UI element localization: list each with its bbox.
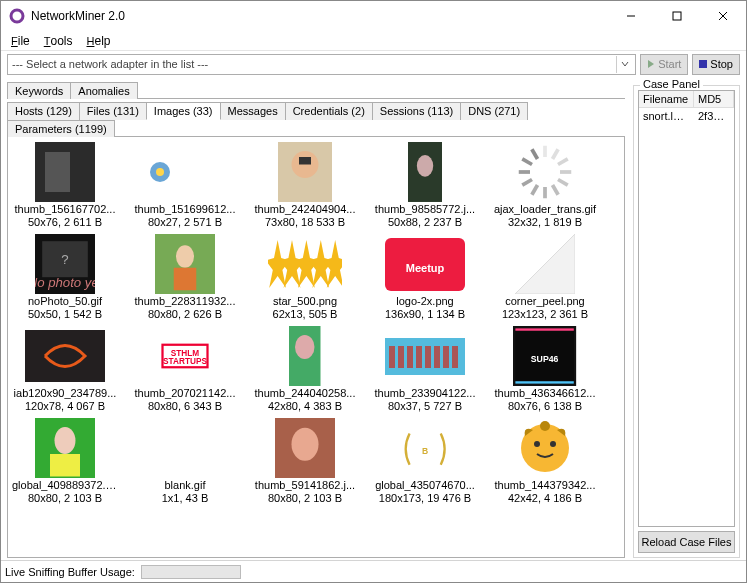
svg-point-33 [176,245,194,268]
svg-rect-63 [155,418,215,478]
svg-rect-54 [452,346,458,368]
thumbnail-item[interactable]: thumb_151699612...80x27, 2 571 B [132,141,238,229]
svg-rect-50 [416,346,422,368]
thumbnail-item[interactable]: thumb_98585772.j...50x88, 2 237 B [372,141,478,229]
tab-messages[interactable]: Messages [220,102,286,120]
thumbnail-image [385,141,465,203]
case-table[interactable]: Filename MD5 snort.log.... 2f301c2... [638,90,735,527]
thumbnail-item[interactable]: thumb_233904122...80x37, 5 727 B [372,325,478,413]
titlebar: NetworkMiner 2.0 [1,1,746,31]
thumbnail-info: 73x80, 18 533 B [252,216,358,229]
adapter-select[interactable]: --- Select a network adapter in the list… [7,54,636,75]
svg-rect-53 [443,346,449,368]
tab-files[interactable]: Files (131) [79,102,147,120]
images-panel: thumb_156167702...50x76, 2 611 Bthumb_15… [7,137,625,558]
thumbnail-item[interactable]: ?No photo yetnoPhoto_50.gif50x50, 1 542 … [12,233,118,321]
menu-help[interactable]: Help [87,34,111,48]
tabs-row-secondary: Keywords Anomalies [7,81,625,99]
tab-credentials[interactable]: Credentials (2) [285,102,373,120]
svg-point-0 [11,10,23,22]
thumbnail-info: 50x88, 2 237 B [372,216,478,229]
window-title: NetworkMiner 2.0 [31,9,608,23]
menu-file[interactable]: File [11,34,30,48]
thumbnail-item[interactable]: thumb_242404904...73x80, 18 533 B [252,141,358,229]
thumbnail-info: 80x27, 2 571 B [132,216,238,229]
thumbnail-item[interactable]: global_409889372.jpeg80x80, 2 103 B [12,417,118,505]
thumbnail-item[interactable]: Meetuplogo-2x.png136x90, 1 134 B [372,233,478,321]
thumbnail-item[interactable]: thumb_144379342...42x42, 4 186 B [492,417,598,505]
thumbnail-item[interactable]: corner_peel.png123x123, 2 361 B [492,233,598,321]
thumbnail-item[interactable]: STHLMSTARTUPSthumb_207021142...80x80, 6 … [132,325,238,413]
thumbnail-filename: global_409889372.jpeg [12,479,118,492]
start-button[interactable]: Start [640,54,688,75]
svg-rect-17 [551,148,560,160]
reload-case-files-button[interactable]: Reload Case Files [638,531,735,553]
thumbnail-image: SUP46 [505,325,585,387]
thumbnail-item[interactable]: Bglobal_435074670...180x173, 19 476 B [372,417,478,505]
thumbnail-info: 80x80, 6 343 B [132,400,238,413]
thumbnail-image [145,141,225,203]
thumbnail-item[interactable]: thumb_228311932...80x80, 2 626 B [132,233,238,321]
play-icon [647,60,655,68]
thumbnail-item[interactable]: iab120x90_234789...120x78, 4 067 B [12,325,118,413]
svg-rect-51 [425,346,431,368]
thumbnail-info: 80x76, 6 138 B [492,400,598,413]
toolbar: --- Select a network adapter in the list… [1,51,746,77]
svg-rect-22 [543,187,547,198]
case-row[interactable]: snort.log.... 2f301c2... [639,108,734,124]
status-label: Live Sniffing Buffer Usage: [5,566,135,578]
app-icon [9,8,25,24]
tab-hosts[interactable]: Hosts (129) [7,102,80,120]
stop-icon [699,60,707,68]
thumbnail-image [265,141,345,203]
svg-rect-49 [407,346,413,368]
close-button[interactable] [700,1,746,31]
stop-button[interactable]: Stop [692,54,740,75]
thumbnail-info: 42x42, 4 186 B [492,492,598,505]
menu-tools[interactable]: Tools [44,34,73,48]
tab-images[interactable]: Images (33) [146,102,221,120]
thumbnail-image [505,141,585,203]
svg-text:B: B [422,446,428,456]
svg-text:STARTUPS: STARTUPS [163,357,207,366]
svg-rect-16 [543,146,547,157]
case-col-md5[interactable]: MD5 [694,91,734,107]
thumbnail-info: 80x80, 2 626 B [132,308,238,321]
tab-sessions[interactable]: Sessions (113) [372,102,461,120]
thumbnail-info: 62x13, 505 B [252,308,358,321]
thumbnail-info: 42x80, 4 383 B [252,400,358,413]
thumbnail-info: 80x80, 2 103 B [12,492,118,505]
adapter-select-text: --- Select a network adapter in the list… [12,58,616,70]
thumbnail-filename: thumb_228311932... [132,295,238,308]
thumbnail-info: 50x76, 2 611 B [12,216,118,229]
thumbnail-item[interactable]: thumb_244040258...42x80, 4 383 B [252,325,358,413]
tab-dns[interactable]: DNS (271) [460,102,528,120]
thumbnail-item[interactable]: thumb_156167702...50x76, 2 611 B [12,141,118,229]
thumbnail-info: 136x90, 1 134 B [372,308,478,321]
thumbnail-info: 1x1, 43 B [132,492,238,505]
thumbnail-item[interactable]: SUP46thumb_436346612...80x76, 6 138 B [492,325,598,413]
buffer-progress [141,565,241,579]
statusbar: Live Sniffing Buffer Usage: [1,560,746,582]
thumbnail-filename: blank.gif [132,479,238,492]
thumbnail-image [25,325,105,387]
svg-rect-23 [530,184,539,196]
maximize-button[interactable] [654,1,700,31]
svg-text:No photo yet: No photo yet [35,275,95,290]
case-col-filename[interactable]: Filename [639,91,694,107]
minimize-button[interactable] [608,1,654,31]
tab-keywords[interactable]: Keywords [7,82,71,99]
thumbnail-item[interactable]: star_500.png62x13, 505 B [252,233,358,321]
thumbnail-item[interactable]: thumb_59141862.j...80x80, 2 103 B [252,417,358,505]
svg-point-15 [417,155,433,177]
tab-anomalies[interactable]: Anomalies [70,82,137,99]
thumbnail-filename: noPhoto_50.gif [12,295,118,308]
svg-rect-13 [299,157,311,165]
thumbnail-item[interactable]: ajax_loader_trans.gif32x32, 1 819 B [492,141,598,229]
tab-parameters[interactable]: Parameters (1199) [7,120,115,137]
thumbnail-item[interactable]: blank.gif1x1, 43 B [132,417,238,505]
svg-rect-5 [699,60,707,68]
thumbnail-filename: global_435074670... [372,479,478,492]
svg-point-61 [55,427,76,454]
chevron-down-icon[interactable] [616,56,633,73]
